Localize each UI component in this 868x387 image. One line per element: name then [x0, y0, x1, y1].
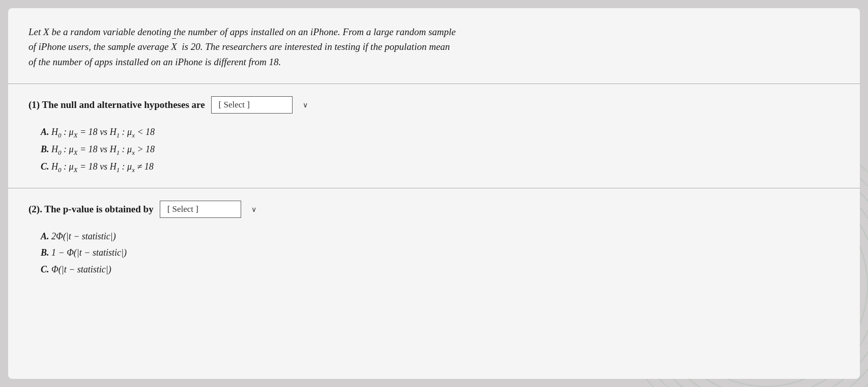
main-card: Let X be a random variable denoting the … [8, 8, 860, 379]
question-2-label: (2). The p-value is obtained by [28, 204, 154, 215]
question-2-row: (2). The p-value is obtained by [ Select… [28, 201, 840, 218]
question-1-chevron[interactable]: ∨ [303, 101, 308, 109]
answer-2a: A. 2Φ(|t − statistic|) [41, 228, 840, 244]
divider-1 [8, 84, 860, 84]
question-1-select-box[interactable]: [ Select ] [211, 96, 293, 114]
question-1-select[interactable]: [ Select ] [211, 96, 293, 114]
question-2-chevron[interactable]: ∨ [251, 205, 256, 214]
answer-1b: B. H0 : μX = 18 vs H1 : μx > 18 [41, 141, 840, 158]
answer-1c: C. H0 : μX = 18 vs H1 : μx ≠ 18 [41, 158, 840, 176]
question-2-answers: A. 2Φ(|t − statistic|) B. 1 − Φ(|t − sta… [41, 228, 840, 278]
answer-1a: A. H0 : μX = 18 vs H1 : μx < 18 [41, 124, 840, 141]
question-1-row: (1) The null and alternative hypotheses … [28, 96, 840, 114]
divider-2 [8, 188, 860, 188]
answer-2b: B. 1 − Φ(|t − statistic|) [41, 244, 840, 261]
question-1-answers: A. H0 : μX = 18 vs H1 : μx < 18 B. H0 : … [41, 124, 840, 176]
intro-paragraph: Let X be a random variable denoting the … [28, 24, 832, 69]
question-1-label: (1) The null and alternative hypotheses … [28, 99, 205, 110]
answer-2c: C. Φ(|t − statistic|) [41, 261, 840, 278]
question-2-select[interactable]: [ Select ] [160, 201, 241, 218]
question-2-select-box[interactable]: [ Select ] [160, 201, 241, 218]
